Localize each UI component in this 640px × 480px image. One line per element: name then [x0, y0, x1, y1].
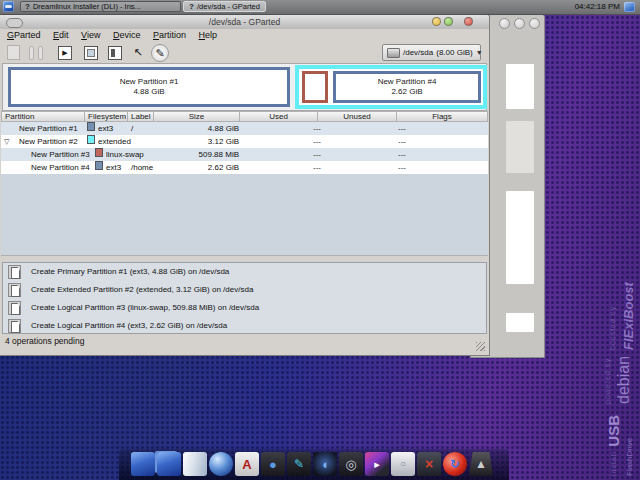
- start-menu-icon[interactable]: [3, 1, 14, 12]
- dock-icon-eject[interactable]: ▲: [469, 452, 493, 476]
- status-text: 4 operations pending: [5, 336, 84, 346]
- partition-name: New Partition #1: [120, 77, 179, 87]
- used: ---: [246, 161, 321, 174]
- resize-move-icon: ▶: [58, 46, 72, 60]
- size: 4.88 GiB: [154, 122, 239, 135]
- table-empty-area: [1, 174, 488, 256]
- column-header-size[interactable]: Size: [154, 111, 240, 122]
- dock-icon-pdf-reader[interactable]: A: [235, 452, 259, 476]
- table-row[interactable]: ▽ New Partition #2 extended 3.12 GiB ---…: [1, 135, 488, 148]
- partition-name: New Partition #4: [31, 161, 90, 174]
- installer-minimize-button[interactable]: [499, 18, 510, 29]
- dock-icon-volume-control[interactable]: ◎: [339, 452, 363, 476]
- operation-icon: [8, 283, 21, 297]
- dock-icon-displays[interactable]: [157, 452, 181, 476]
- minimize-button[interactable]: [432, 17, 441, 26]
- unused: ---: [331, 135, 406, 148]
- unused: ---: [331, 122, 406, 135]
- menu-help[interactable]: Help: [196, 29, 221, 41]
- titlebar[interactable]: /dev/sda - GParted: [0, 15, 489, 30]
- toolbar: ▶ ↖ ✎ /dev/sda (8.00 GiB) ▼: [0, 42, 489, 64]
- gparted-window: /dev/sda - GParted GParted Edit View Dev…: [0, 14, 490, 356]
- column-header-label[interactable]: Label: [128, 111, 154, 122]
- apply-button[interactable]: ✎: [151, 44, 169, 62]
- filesystem: ext3: [98, 122, 113, 135]
- menu-partition[interactable]: Partition: [150, 29, 189, 41]
- column-header-used[interactable]: Used: [240, 111, 318, 122]
- new-partition-button[interactable]: [4, 44, 22, 61]
- expander-icon[interactable]: ▽: [4, 135, 9, 148]
- menu-view[interactable]: View: [78, 29, 103, 41]
- dock-icon-desktop[interactable]: [131, 452, 155, 476]
- tray-icon[interactable]: [624, 2, 635, 12]
- table-row[interactable]: New Partition #3 linux-swap 509.88 MiB -…: [1, 148, 488, 161]
- device-path: /dev/sda: [403, 48, 433, 57]
- operation-text: Create Extended Partition #2 (extended, …: [31, 281, 253, 299]
- visual-partition-3-swap[interactable]: [302, 71, 328, 103]
- column-header-filesystem[interactable]: Filesystem: [85, 111, 128, 122]
- visual-extended-partition-2[interactable]: New Partition #4 2.62 GiB: [295, 65, 487, 109]
- apply-icon: ✎: [155, 47, 164, 60]
- operation-icon: [8, 265, 21, 279]
- status-bar: 4 operations pending: [0, 334, 489, 355]
- dock-icon-totem-player[interactable]: ▸: [365, 452, 389, 476]
- installer-panel: [506, 121, 534, 173]
- installer-panel: [506, 64, 534, 109]
- dock-icon-disc-burner[interactable]: ●: [261, 452, 285, 476]
- partition-name: New Partition #4: [378, 77, 437, 87]
- device-size: (8.00 GiB): [436, 48, 472, 57]
- operation-item: Create Extended Partition #2 (extended, …: [3, 281, 486, 299]
- partition-size: 2.62 GiB: [391, 87, 422, 97]
- dock-icon-package-installer[interactable]: ○: [391, 452, 415, 476]
- menu-edit[interactable]: Edit: [50, 29, 72, 41]
- dock-icon-media-editor[interactable]: ✎: [287, 452, 311, 476]
- partition-name: New Partition #1: [19, 122, 78, 135]
- mount-label: /home: [131, 161, 153, 174]
- operation-item: Create Logical Partition #3 (linux-swap,…: [3, 299, 486, 317]
- dock-icon-web-browser[interactable]: [209, 452, 233, 476]
- taskbar-item-gparted[interactable]: ?/dev/sda - GParted: [183, 1, 266, 12]
- resize-grip[interactable]: [476, 342, 485, 351]
- close-button[interactable]: [464, 17, 473, 26]
- menu-device[interactable]: Device: [110, 29, 144, 41]
- column-header-unused[interactable]: Unused: [318, 111, 397, 122]
- undo-button[interactable]: ↖: [129, 44, 147, 61]
- operation-text: Create Logical Partition #4 (ext3, 2.62 …: [31, 317, 227, 335]
- copy-button[interactable]: [82, 44, 100, 61]
- column-header-flags[interactable]: Flags: [397, 111, 488, 122]
- paste-button[interactable]: [106, 44, 124, 61]
- resize-move-button[interactable]: ▶: [56, 44, 74, 61]
- delete-partition-button[interactable]: [27, 44, 45, 61]
- installer-maximize-button[interactable]: [514, 18, 525, 29]
- filesystem: ext3: [106, 161, 121, 174]
- operation-item: Create Logical Partition #4 (ext3, 2.62 …: [3, 317, 486, 335]
- filesystem-color-swatch: [95, 161, 103, 170]
- table-row[interactable]: New Partition #1 ext3 / 4.88 GiB --- ---: [1, 122, 488, 135]
- installer-close-button[interactable]: [529, 18, 540, 29]
- size: 3.12 GiB: [154, 135, 239, 148]
- filesystem-color-swatch: [87, 122, 95, 131]
- filesystem-color-swatch: [95, 148, 103, 157]
- device-selector[interactable]: /dev/sda (8.00 GiB) ▼: [382, 44, 481, 61]
- maximize-button[interactable]: [444, 17, 453, 26]
- desktop: boosted by FlExiBoost powered by debian …: [0, 0, 640, 480]
- help-icon: ?: [189, 2, 194, 11]
- dock-icon-file-manager[interactable]: [183, 452, 207, 476]
- menu-gparted[interactable]: GParted: [4, 29, 44, 41]
- dock: A ● ✎ ◖ ◎ ▸ ○ × ↻ ▲: [131, 452, 493, 478]
- operation-text: Create Logical Partition #3 (linux-swap,…: [31, 299, 259, 317]
- visual-partition-1[interactable]: New Partition #1 4.88 GiB: [8, 67, 290, 107]
- dock-icon-system-tools[interactable]: ×: [417, 452, 441, 476]
- size: 2.62 GiB: [154, 161, 239, 174]
- chevron-down-icon: ▼: [476, 49, 483, 56]
- visual-partition-4[interactable]: New Partition #4 2.62 GiB: [333, 71, 481, 103]
- operation-text: Create Primary Partition #1 (ext3, 4.88 …: [31, 263, 229, 281]
- partition-name: New Partition #3: [31, 148, 90, 161]
- dock-icon-software-updater[interactable]: ↻: [443, 452, 467, 476]
- column-header-partition[interactable]: Partition: [1, 111, 85, 122]
- dock-icon-audio-player[interactable]: ◖: [313, 452, 337, 476]
- menubar: GParted Edit View Device Partition Help: [0, 29, 489, 42]
- table-row[interactable]: New Partition #4 ext3 /home 2.62 GiB ---…: [1, 161, 488, 174]
- drive-icon: [387, 48, 400, 58]
- taskbar-item-installer[interactable]: ?Dreamlinux Installer (DLI) - Ins...: [20, 1, 181, 12]
